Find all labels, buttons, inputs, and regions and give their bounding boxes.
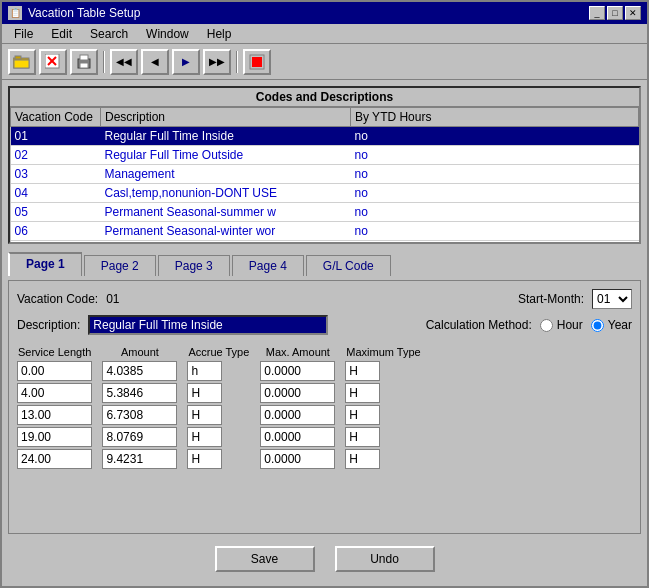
print-button[interactable] <box>70 49 98 75</box>
menu-help[interactable]: Help <box>199 26 240 41</box>
grid-input[interactable] <box>187 427 222 447</box>
radio-year-group: Year <box>591 318 632 332</box>
cell-description: Regular Full Time Inside <box>101 127 351 146</box>
nav-prev-button[interactable]: ◀ <box>141 49 169 75</box>
cell-description: Permanent Seasonal-summer w <box>101 203 351 222</box>
grid-input[interactable] <box>260 405 335 425</box>
menu-edit[interactable]: Edit <box>43 26 80 41</box>
nav-next-button[interactable]: ▶ <box>172 49 200 75</box>
grid-input[interactable] <box>260 361 335 381</box>
table-row[interactable]: 02 Regular Full Time Outside no <box>11 146 639 165</box>
table-row[interactable]: 05 Permanent Seasonal-summer w no <box>11 203 639 222</box>
grid-input[interactable] <box>102 383 177 403</box>
vacation-code-value: 01 <box>106 292 119 306</box>
nav-last-button[interactable]: ▶▶ <box>203 49 231 75</box>
table-row[interactable]: 03 Management no <box>11 165 639 184</box>
nav-first-button[interactable]: ◀◀ <box>110 49 138 75</box>
radio-hour[interactable] <box>540 319 553 332</box>
radio-hour-label: Hour <box>557 318 583 332</box>
save-button[interactable]: Save <box>215 546 315 572</box>
col-max-type: Maximum Type <box>345 345 421 471</box>
svg-rect-8 <box>80 63 88 68</box>
grid-input[interactable] <box>345 361 380 381</box>
table-row[interactable]: 01 Regular Full Time Inside no <box>11 127 639 146</box>
cell-code: 02 <box>11 146 101 165</box>
minimize-button[interactable]: _ <box>589 6 605 20</box>
grid-input[interactable] <box>345 405 380 425</box>
main-window: 📋 Vacation Table Setup _ □ ✕ File Edit S… <box>0 0 649 588</box>
form-row-2: Description: Calculation Method: Hour Ye… <box>17 315 632 335</box>
col-service-length: Service Length <box>17 345 92 471</box>
tab-page-3[interactable]: Page 3 <box>158 255 230 276</box>
table-row[interactable]: 10 O'ROURKE no <box>11 241 639 243</box>
title-controls: _ □ ✕ <box>589 6 641 20</box>
menu-window[interactable]: Window <box>138 26 197 41</box>
tab-page-4[interactable]: Page 4 <box>232 255 304 276</box>
menu-search[interactable]: Search <box>82 26 136 41</box>
radio-year-label: Year <box>608 318 632 332</box>
close-x-button[interactable] <box>39 49 67 75</box>
grid-input[interactable] <box>102 405 177 425</box>
grid-input[interactable] <box>17 449 92 469</box>
stop-button[interactable] <box>243 49 271 75</box>
start-month-select[interactable]: 01 02 03 04 05 06 07 08 09 10 11 12 <box>592 289 632 309</box>
cell-description: O'ROURKE <box>101 241 351 243</box>
grid-input[interactable] <box>102 427 177 447</box>
grid-input[interactable] <box>17 361 92 381</box>
header-max-amount: Max. Amount <box>260 345 335 359</box>
table-section-title: Codes and Descriptions <box>10 88 639 107</box>
grid-input[interactable] <box>187 361 222 381</box>
header-accrue-type: Accrue Type <box>187 345 250 359</box>
toolbar-sep-2 <box>236 51 238 73</box>
undo-button[interactable]: Undo <box>335 546 435 572</box>
col-description: Description <box>101 108 351 127</box>
grid-input[interactable] <box>187 405 222 425</box>
vacation-code-label: Vacation Code: <box>17 292 98 306</box>
cell-ytd: no <box>351 165 639 184</box>
grid-input[interactable] <box>260 383 335 403</box>
grid-input[interactable] <box>102 361 177 381</box>
svg-rect-2 <box>14 60 29 68</box>
grid-input[interactable] <box>102 449 177 469</box>
grid-input[interactable] <box>345 449 380 469</box>
grid-input[interactable] <box>260 449 335 469</box>
tab-g-l-code[interactable]: G/L Code <box>306 255 391 276</box>
grid-input[interactable] <box>345 427 380 447</box>
cell-code: 04 <box>11 184 101 203</box>
cell-ytd: no <box>351 184 639 203</box>
title-icon: 📋 <box>8 6 22 20</box>
description-input[interactable] <box>88 315 328 335</box>
grid-input[interactable] <box>345 383 380 403</box>
grid-input[interactable] <box>187 383 222 403</box>
col-amount: Amount <box>102 345 177 471</box>
table-wrapper[interactable]: Vacation Code Description By YTD Hours 0… <box>10 107 639 242</box>
close-button[interactable]: ✕ <box>625 6 641 20</box>
tab-page-2[interactable]: Page 2 <box>84 255 156 276</box>
grid-input[interactable] <box>260 427 335 447</box>
menu-file[interactable]: File <box>6 26 41 41</box>
table-row[interactable]: 06 Permanent Seasonal-winter wor no <box>11 222 639 241</box>
menu-bar: File Edit Search Window Help <box>2 24 647 44</box>
radio-hour-group: Hour <box>540 318 583 332</box>
col-max-amount: Max. Amount <box>260 345 335 471</box>
table-row[interactable]: 04 Casl,temp,nonunion-DONT USE no <box>11 184 639 203</box>
cell-code: 05 <box>11 203 101 222</box>
grid-input[interactable] <box>17 383 92 403</box>
cell-code: 01 <box>11 127 101 146</box>
form-row-1: Vacation Code: 01 Start-Month: 01 02 03 … <box>17 289 632 309</box>
svg-rect-7 <box>80 55 88 60</box>
cell-ytd: no <box>351 203 639 222</box>
col-ytd: By YTD Hours <box>351 108 639 127</box>
cell-description: Management <box>101 165 351 184</box>
toolbar-sep-1 <box>103 51 105 73</box>
radio-year[interactable] <box>591 319 604 332</box>
cell-code: 10 <box>11 241 101 243</box>
open-folder-button[interactable] <box>8 49 36 75</box>
toolbar: ◀◀ ◀ ▶ ▶▶ <box>2 44 647 80</box>
maximize-button[interactable]: □ <box>607 6 623 20</box>
tab-page-1[interactable]: Page 1 <box>8 252 82 276</box>
grid-input[interactable] <box>17 405 92 425</box>
grid-input[interactable] <box>17 427 92 447</box>
grid-input[interactable] <box>187 449 222 469</box>
grid-container: Service Length Amount Accrue Type Max. A… <box>17 345 632 471</box>
